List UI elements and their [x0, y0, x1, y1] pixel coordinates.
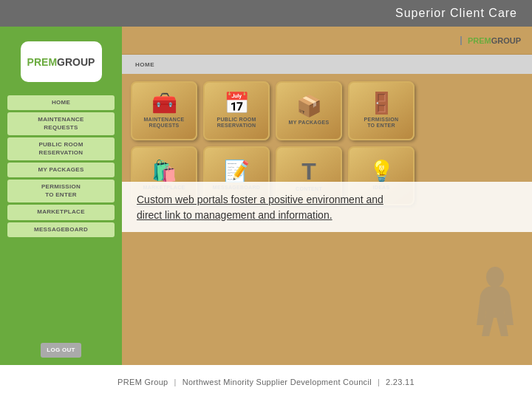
permission-icon: 🚪: [369, 93, 395, 114]
tile-permission[interactable]: 🚪 PERMISSIONTO ENTER: [348, 81, 415, 140]
tile-maintenance[interactable]: 🧰 MAINTENANCEREQUESTS: [131, 81, 197, 140]
tile-public-room[interactable]: 📅 PUBLIC ROOMRESERVATION: [203, 81, 270, 140]
sidebar-item-logout[interactable]: LOG OUT: [41, 343, 81, 358]
portal-logo: PREM GROUP: [460, 36, 521, 45]
sidebar-logo-prem: PREM: [27, 56, 57, 68]
portal-logo-prem: PREM: [468, 36, 491, 45]
messageboard-icon: 📝: [224, 161, 250, 182]
sidebar-item-packages[interactable]: MY PACKAGES: [7, 163, 115, 177]
marketplace-icon: 🛍️: [151, 161, 177, 182]
sidebar-item-maintenance[interactable]: MAINTENANCEREQUESTS: [7, 112, 115, 135]
header-title: Superior Client Care: [395, 7, 517, 20]
footer-sep1: |: [174, 378, 177, 386]
maintenance-icon: 🧰: [151, 93, 177, 114]
header-bar: Superior Client Care: [0, 0, 532, 27]
public-room-icon: 📅: [224, 93, 250, 114]
sidebar-logo-group: GROUP: [57, 56, 95, 68]
tile-maintenance-label: MAINTENANCEREQUESTS: [143, 117, 184, 129]
icon-row-1: 🧰 MAINTENANCEREQUESTS 📅 PUBLIC ROOMRESER…: [131, 81, 523, 140]
decorative-silhouette: [473, 266, 517, 343]
svg-point-0: [486, 267, 504, 287]
sidebar-item-public-room[interactable]: PUBLIC ROOMRESERVATION: [7, 137, 115, 160]
right-portal: PREM GROUP HOME 🧰 MAINTENANCEREQUESTS 📅 …: [122, 27, 532, 365]
portal-logo-group: GROUP: [491, 36, 521, 45]
tile-packages[interactable]: 📦 MY PACKAGES: [276, 81, 342, 140]
sidebar-item-marketplace[interactable]: MARKETPLACE: [7, 205, 115, 219]
footer-brand: PREM Group: [117, 378, 168, 386]
content-icon: T: [301, 160, 316, 183]
tile-packages-label: MY PACKAGES: [289, 120, 330, 126]
footer-sep2: |: [378, 378, 380, 386]
sidebar-item-permission[interactable]: PERMISSIONTO ENTER: [7, 180, 115, 202]
left-sidebar: PREM GROUP HOME MAINTENANCEREQUESTS PUBL…: [0, 27, 122, 365]
footer-org: Northwest Minority Supplier Development …: [183, 378, 372, 386]
portal-nav-home[interactable]: HOME: [131, 60, 159, 69]
packages-icon: 📦: [296, 96, 322, 117]
person-silhouette-svg: [473, 266, 517, 340]
portal-nav: HOME: [122, 55, 532, 74]
overlay-line1: Custom web portals foster a positive env…: [137, 192, 517, 208]
portal-header: PREM GROUP: [122, 27, 532, 55]
sidebar-logo: PREM GROUP: [21, 41, 102, 82]
sidebar-item-home[interactable]: HOME: [7, 95, 115, 110]
footer: PREM Group | Northwest Minority Supplier…: [0, 365, 532, 399]
tile-public-room-label: PUBLIC ROOMRESERVATION: [216, 117, 256, 129]
text-overlay: Custom web portals foster a positive env…: [122, 182, 532, 232]
main-area: PREM GROUP HOME MAINTENANCEREQUESTS PUBL…: [0, 27, 532, 365]
ideas-icon: 💡: [369, 161, 395, 182]
tile-permission-label: PERMISSIONTO ENTER: [364, 117, 399, 129]
sidebar-nav: HOME MAINTENANCEREQUESTS PUBLIC ROOMRESE…: [7, 95, 115, 237]
footer-date: 2.23.11: [386, 378, 415, 386]
overlay-line2: direct link to management and informatio…: [137, 208, 517, 223]
sidebar-item-messageboard[interactable]: MESSAGEBOARD: [7, 222, 115, 237]
